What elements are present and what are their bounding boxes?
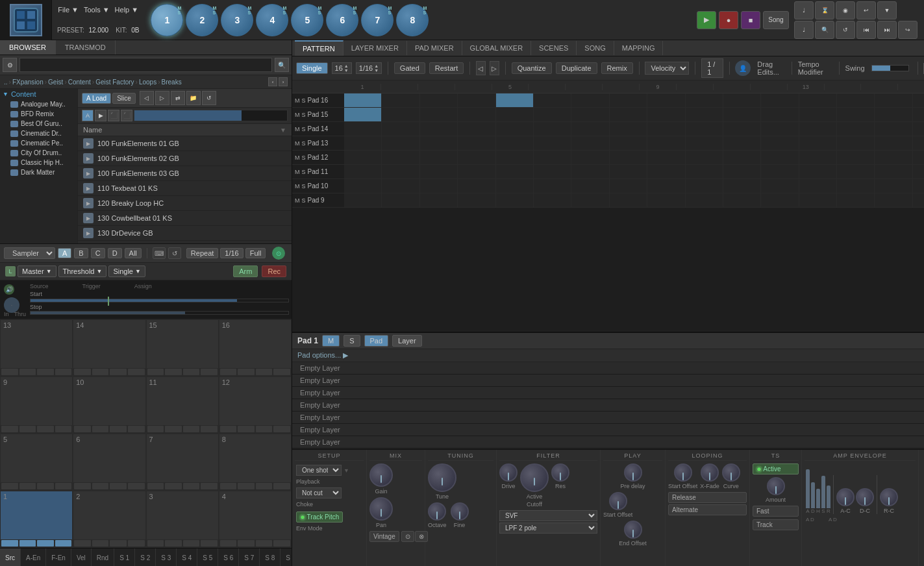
folder-city[interactable]: City Of Drum.. (0, 148, 77, 158)
folder-bestof[interactable]: Best Of Guru.. (0, 119, 77, 129)
octave-knob[interactable] (428, 502, 446, 521)
lpf-dropdown[interactable]: LPF 2 pole (499, 523, 597, 534)
pad10-solo[interactable]: S (302, 183, 306, 190)
tune-knob[interactable] (428, 463, 456, 492)
fwd-btn[interactable]: ⏭ (877, 21, 897, 39)
alternate-btn[interactable]: Alternate (668, 504, 747, 515)
folder-analogue[interactable]: Analogue May.. (0, 99, 77, 109)
rec2-btn[interactable]: ◉ (836, 1, 855, 19)
list-item[interactable]: ▶ 100 FunkElements 03 GB (78, 166, 292, 181)
pad-3[interactable]: 3 (146, 491, 219, 548)
tab-all[interactable]: All (125, 248, 142, 258)
pad12-solo[interactable]: S (302, 154, 306, 161)
rec-button[interactable]: Rec (262, 265, 286, 277)
drive-knob[interactable] (499, 463, 518, 482)
tab-global-mixer[interactable]: GLOBAL MIXER (462, 41, 532, 55)
velocity-select[interactable]: Velocity (645, 62, 689, 75)
pad-btn-5[interactable]: 5 MS (291, 4, 323, 36)
release-btn[interactable]: Release (668, 492, 747, 503)
ts-track-btn[interactable]: Track (753, 519, 799, 530)
length-down[interactable]: ▼ (374, 68, 379, 73)
pad-btn-2[interactable]: 2 MS (186, 4, 218, 36)
bc-2[interactable]: Geist (48, 79, 63, 86)
pad-2[interactable]: 2 (73, 491, 145, 548)
tb-shuffle-icon[interactable]: ⇄ (171, 91, 185, 105)
pad13-solo[interactable]: S (302, 140, 306, 147)
seq-pad-11-cells[interactable] (344, 165, 924, 178)
tab-s2[interactable]: S 2 (135, 548, 156, 566)
svf-dropdown[interactable]: SVF (499, 510, 597, 521)
seq-pad-10-cells[interactable] (344, 179, 924, 193)
layer-item[interactable]: Empty Layer (292, 362, 924, 375)
layer-item[interactable]: Empty Layer (292, 375, 924, 387)
pad-5[interactable]: 5 (0, 434, 73, 491)
steps-down[interactable]: ▼ (344, 68, 349, 73)
bc-5[interactable]: Loops (139, 79, 156, 86)
pad9-mute[interactable]: M (295, 197, 300, 204)
116-btn[interactable]: 1/16 (220, 248, 243, 258)
loop-start-knob[interactable] (674, 463, 692, 482)
bc-4[interactable]: Geist Factory (95, 79, 134, 86)
list-item[interactable]: ▶ 110 Texbeat 01 KS (78, 181, 292, 196)
tab-s9[interactable]: S 9 (281, 548, 292, 566)
master-dropdown[interactable]: Master ▼ (18, 265, 56, 277)
curve-knob[interactable] (722, 463, 740, 482)
pad14-solo[interactable]: S (302, 126, 306, 132)
play-btn[interactable]: ▶ (95, 110, 106, 121)
dc-knob[interactable] (856, 488, 874, 506)
tools-menu[interactable]: Tools ▼ (84, 6, 110, 14)
tb-refresh-icon[interactable]: ↺ (202, 91, 216, 105)
tab-song[interactable]: SONG (577, 41, 614, 55)
slice-btn[interactable]: Slice (112, 93, 136, 104)
xfade-knob[interactable] (701, 463, 719, 482)
nav1-btn[interactable]: ♩ (794, 21, 814, 39)
single-dropdown[interactable]: Single ▼ (108, 265, 145, 277)
tab-src[interactable]: Src (0, 548, 21, 566)
play-button[interactable]: ▶ (697, 11, 716, 29)
quantize-btn[interactable]: Quantize (512, 62, 552, 74)
pan-knob[interactable] (369, 497, 393, 521)
tab-s1[interactable]: S 1 (114, 548, 135, 566)
pad15-solo[interactable]: S (302, 112, 306, 118)
duplicate-btn[interactable]: Duplicate (556, 62, 597, 74)
folder-bfd[interactable]: BFD Remix (0, 109, 77, 119)
seq-pad-12-cells[interactable] (344, 151, 924, 164)
fine-knob[interactable] (451, 502, 469, 521)
stop2-btn[interactable]: ⬛ (121, 110, 132, 121)
tab-mapping[interactable]: MAPPING (614, 41, 664, 55)
bc-next[interactable]: › (279, 77, 288, 86)
nudge-left[interactable]: ◁ (476, 61, 486, 75)
ts-fast-btn[interactable]: Fast (753, 506, 799, 517)
tab-s8[interactable]: S 8 (260, 548, 281, 566)
pad-btn-4[interactable]: 4 MS (256, 4, 288, 36)
pre-delay-knob[interactable] (624, 463, 642, 482)
pad-7[interactable]: 7 (146, 434, 219, 491)
length-up[interactable]: ▲ (374, 64, 379, 68)
redo-btn[interactable]: ↪ (898, 21, 918, 39)
bc-prev[interactable]: ‹ (268, 77, 277, 86)
play-a-btn[interactable]: A (82, 110, 94, 121)
tab-a[interactable]: A (58, 248, 71, 258)
pad-options-link[interactable]: Pad options... ▶ (297, 351, 348, 360)
pad-1[interactable]: 1 (0, 491, 73, 548)
bc-3[interactable]: Content (68, 79, 91, 86)
folder-content[interactable]: ▼ Content (0, 89, 77, 99)
tab-f-en[interactable]: F-En (46, 548, 71, 566)
pad10-mute[interactable]: M (295, 183, 300, 190)
folder-classic[interactable]: Classic Hip H.. (0, 158, 77, 167)
song-button[interactable]: Song (763, 11, 789, 29)
tb-prev-icon[interactable]: ◁ (140, 91, 154, 105)
search-gear-icon[interactable]: ⚙ (3, 58, 17, 72)
tab-scenes[interactable]: SCENES (531, 41, 577, 55)
nudge-right[interactable]: ▷ (490, 61, 499, 75)
tab-b[interactable]: B (74, 248, 88, 258)
pad-8[interactable]: 8 (219, 434, 292, 491)
list-item[interactable]: ▶ 120 Breaky Loop HC (78, 196, 292, 211)
vintage-btn[interactable]: Vintage (369, 531, 399, 542)
tab-s4[interactable]: S 4 (177, 548, 197, 566)
pad14-mute[interactable]: M (295, 126, 300, 132)
pad16-solo[interactable]: S (302, 97, 306, 104)
repeat-btn[interactable]: Repeat (186, 248, 218, 258)
pad-btn-7[interactable]: 7 MS (361, 4, 393, 36)
folder-cinematic-dr[interactable]: Cinematic Dr.. (0, 129, 77, 138)
